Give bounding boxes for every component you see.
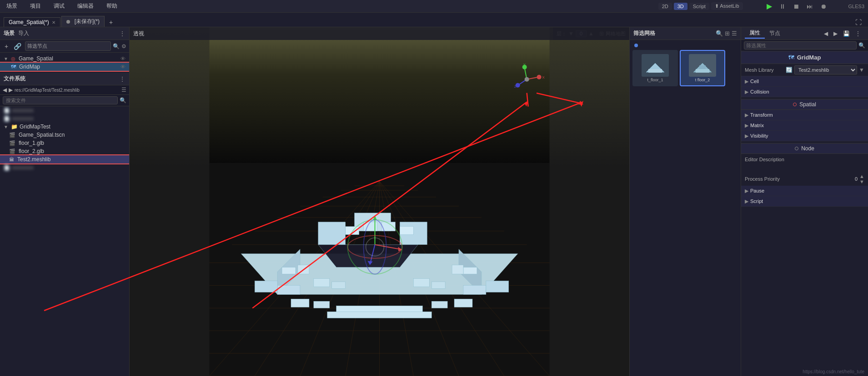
prop-process-priority-up[interactable]: ▲▼ [859, 173, 864, 184]
menu-project[interactable]: 项目 [27, 1, 44, 11]
mode-3d-btn[interactable]: 3D [674, 3, 687, 10]
svg-point-67 [537, 75, 542, 79]
props-tab-attributes[interactable]: 属性 [745, 28, 765, 39]
mesh-thumb-t-floor-2[interactable]: t floor_2 [680, 50, 725, 86]
prop-collision-expand[interactable]: ▶ Collision [741, 87, 868, 97]
remote-btn[interactable]: ⏺ [820, 3, 827, 10]
search-icon[interactable]: 🔍 [113, 43, 120, 49]
add-node-btn[interactable]: + [3, 42, 10, 50]
mesh-list-view-btn[interactable]: ☰ [732, 30, 737, 37]
props-tab-node[interactable]: 节点 [765, 28, 785, 39]
fs-layout-btn[interactable]: ☰ [121, 87, 126, 93]
stop-btn[interactable]: ⏹ [793, 3, 799, 10]
expand-btn[interactable]: ⛶ [853, 18, 864, 27]
menu-debug[interactable]: 调试 [51, 1, 67, 11]
props-extra-btn[interactable]: ⋮ [853, 30, 863, 38]
prop-process-priority-label: Process Priority [745, 176, 855, 182]
gridmap-node-name: GridMap [797, 54, 821, 61]
instance-btn[interactable]: 🔗 [12, 42, 23, 50]
mesh-thumb-t-floor-1[interactable]: t_floor_1 [632, 50, 678, 86]
prop-process-priority: Process Priority 0 ▲▼ [741, 172, 868, 186]
fs-label-floor1: floor_1.glb [19, 140, 44, 146]
script-btn[interactable]: Script [689, 3, 709, 10]
prop-matrix-expand[interactable]: ▶ Matrix [741, 120, 868, 130]
mode-2d-btn[interactable]: 2D [658, 3, 672, 10]
prop-cell-label: Cell [750, 79, 759, 84]
fs-expand-gridmaptest[interactable]: ▼ [4, 124, 8, 129]
prop-cell-chevron: ▶ [745, 79, 748, 84]
prop-pause-expand[interactable]: ▶ Pause [741, 186, 868, 196]
svg-rect-36 [332, 282, 346, 289]
eye-icon-game-spatial[interactable]: 👁 [120, 56, 125, 61]
mesh-grid-view-btn[interactable]: ⊞ [725, 30, 730, 37]
fs-file-floor1[interactable]: 🎬 floor_1.glb [0, 139, 129, 147]
tree-expand-game-spatial[interactable]: ▼ [4, 56, 8, 61]
props-nav-back[interactable]: ◀ [822, 30, 830, 38]
tab-game-spatial-close[interactable]: ✕ [52, 20, 55, 25]
fs-blurred-1[interactable]: 📄 xxxxxxxx [0, 106, 129, 114]
tree-item-game-spatial[interactable]: ▼ ◎ Game_Spatial 👁 [0, 54, 129, 63]
fs-folder-gridmaptest[interactable]: ▼ 📁 GridMapTest [0, 123, 129, 131]
tree-settings-icon[interactable]: ⚙ [121, 43, 126, 49]
mesh-library-reload-icon[interactable]: 🔄 [786, 67, 793, 73]
props-save-btn[interactable]: 💾 [841, 30, 852, 38]
prop-editor-desc-label: Editor Description [745, 157, 864, 162]
props-filter-input[interactable] [744, 41, 857, 49]
fs-icon-blurred3: 📄 [4, 165, 10, 171]
breadcrumb-forward[interactable]: ▶ [9, 87, 13, 93]
fs-file-test2-meshlib[interactable]: 🏛 Test2.meshlib [0, 155, 129, 163]
menu-editor[interactable]: 编辑器 [75, 1, 96, 11]
mesh-library-dropdown-icon[interactable]: ▼ [859, 67, 864, 73]
grid-svg: X Y Z [130, 27, 629, 376]
scene-title: 场景 [4, 30, 15, 37]
tree-item-gridmap[interactable]: 🗺 GridMap 👁 [0, 63, 129, 71]
mesh-search-btn[interactable]: 🔍 [716, 30, 723, 37]
prop-visibility-expand[interactable]: ▶ Visibility [741, 131, 868, 141]
prop-section-visibility: ▶ Visibility [741, 131, 868, 141]
tab-add-btn[interactable]: + [105, 18, 116, 27]
fs-search-input[interactable] [3, 96, 118, 104]
play-btn[interactable]: ▶ [767, 2, 772, 10]
tab-unsaved[interactable]: [未保存](*) [61, 16, 105, 27]
fs-icon-floor2: 🎬 [9, 148, 15, 154]
fs-file-floor2[interactable]: 🎬 floor_2.glb [0, 147, 129, 155]
assetlib-btn[interactable]: ⬆ AssetLib [711, 2, 743, 10]
file-system-header: 文件系统 ⋮ [0, 73, 129, 85]
fs-blurred-3[interactable]: 📄 xxxxxxxx [0, 163, 129, 172]
tabs-bar: Game_Spatial(*) ✕ [未保存](*) + ⛶ [0, 13, 868, 27]
svg-rect-0 [209, 27, 549, 163]
prop-pause-chevron: ▶ [745, 188, 748, 194]
panel-settings-btn[interactable]: ⋮ [119, 30, 125, 37]
file-system-list: 📄 xxxxxxxx 📄 xxxxxxxx ▼ 📁 GridMapTest 🎬 … [0, 106, 129, 376]
mesh-items-grid: t_floor_1 t floor_2 [630, 40, 741, 89]
props-nav-forward[interactable]: ▶ [832, 30, 839, 38]
mesh-library-row: Mesh Library 🔄 Test2.meshlib ▼ [741, 64, 868, 76]
mesh-panel-header: 筛选网格 🔍 ⊞ ☰ [630, 27, 741, 40]
props-filter-icon[interactable]: 🔍 [858, 42, 865, 49]
mesh-label-t-floor-1: t_floor_1 [647, 78, 663, 82]
step-btn[interactable]: ⏭ [807, 3, 813, 10]
menu-help[interactable]: 帮助 [104, 1, 120, 11]
mesh-library-select[interactable]: Test2.meshlib [794, 65, 857, 74]
mesh-library-label: Mesh Library [745, 67, 786, 73]
fs-label-meshlib: Test2.meshlib [17, 156, 50, 163]
prop-cell-expand[interactable]: ▶ Cell [741, 76, 868, 86]
node-icon-gridmap: 🗺 [11, 64, 16, 69]
prop-transform-label: Transform [750, 112, 773, 118]
viewport: 透视 [130, 27, 629, 376]
prop-transform-expand[interactable]: ▶ Transform [741, 110, 868, 120]
mesh-label-t-floor-2: t floor_2 [695, 78, 710, 82]
pause-btn[interactable]: ⏸ [779, 3, 786, 10]
spatial-icon [793, 103, 797, 106]
fs-settings-btn[interactable]: ⋮ [119, 75, 125, 83]
breadcrumb-back[interactable]: ◀ [3, 87, 7, 93]
menu-scene[interactable]: 场景 [4, 1, 20, 11]
fs-blurred-2[interactable]: 📄 xxxxxxxx [0, 114, 129, 123]
eye-icon-gridmap[interactable]: 👁 [120, 64, 125, 69]
tab-game-spatial[interactable]: Game_Spatial(*) ✕ [4, 17, 60, 27]
svg-rect-49 [431, 301, 447, 308]
fs-file-game-spatial[interactable]: 🎬 Game_Spatial.tscn [0, 131, 129, 139]
fs-icon-blurred2: 📄 [4, 116, 10, 122]
fs-search-icon[interactable]: 🔍 [120, 97, 126, 104]
prop-script-expand[interactable]: ▶ Script [741, 196, 868, 206]
